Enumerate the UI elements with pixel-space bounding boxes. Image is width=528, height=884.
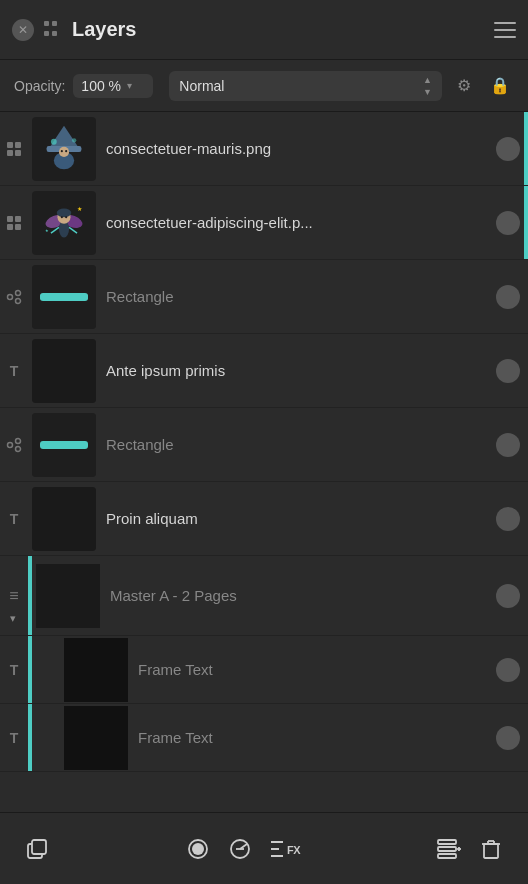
layer-visibility-toggle[interactable] [496, 658, 520, 682]
svg-rect-0 [7, 142, 13, 148]
layer-thumbnail [32, 117, 96, 181]
svg-rect-43 [64, 706, 128, 770]
layer-row[interactable]: T Ante ipsum primis [0, 334, 528, 408]
layer-visibility-toggle[interactable] [496, 211, 520, 235]
svg-rect-32 [32, 265, 96, 329]
layer-type-icon [0, 141, 28, 157]
layer-visibility-toggle[interactable] [496, 285, 520, 309]
expand-icon[interactable]: ▾ [10, 612, 16, 625]
layer-type-icon: T [0, 363, 28, 379]
layer-name: Ante ipsum primis [106, 362, 488, 379]
svg-rect-13 [7, 216, 13, 222]
layer-thumbnail [32, 339, 96, 403]
layer-name: consectetuer-adipiscing-elit.p... [106, 214, 488, 231]
opacity-control[interactable]: 100 % ▾ [73, 74, 153, 98]
layer-type-icon [0, 289, 28, 305]
layer-row[interactable]: T Frame Text [0, 636, 528, 704]
sub-accent [28, 704, 32, 771]
svg-rect-60 [484, 844, 498, 858]
svg-point-10 [65, 150, 67, 152]
svg-rect-41 [36, 564, 100, 628]
layer-visibility-toggle[interactable] [496, 359, 520, 383]
svg-rect-15 [7, 224, 13, 230]
layer-thumbnail [32, 413, 96, 477]
layer-row[interactable]: T Frame Text [0, 704, 528, 772]
blend-mode-value: Normal [179, 78, 423, 94]
svg-text:FX: FX [287, 844, 301, 856]
svg-rect-14 [15, 216, 21, 222]
opacity-label: Opacity: [14, 78, 65, 94]
manage-buttons [432, 832, 508, 866]
layer-row[interactable]: T Proin aliquam [0, 482, 528, 556]
layer-name: consectetuer-mauris.png [106, 140, 488, 157]
layer-name: Rectangle [106, 436, 488, 453]
svg-rect-45 [32, 840, 46, 854]
layer-visibility-toggle[interactable] [496, 726, 520, 750]
layer-type-icon: ≡ [0, 587, 28, 605]
layer-type-icon: T [0, 511, 28, 527]
layer-type-icon [0, 215, 28, 231]
layer-row[interactable]: Rectangle [0, 260, 528, 334]
layers-list: consectetuer-mauris.png [0, 112, 528, 812]
svg-point-24 [65, 216, 67, 218]
layer-type-icon [0, 437, 28, 453]
layers-header: ✕ Layers [0, 0, 528, 60]
effect-buttons: FX [181, 832, 305, 866]
svg-point-9 [61, 150, 63, 152]
layer-row[interactable]: ≡ ▾ Master A - 2 Pages [0, 556, 528, 636]
svg-rect-3 [15, 150, 21, 156]
settings-icon[interactable]: ⚙ [450, 72, 478, 100]
layer-thumbnail [64, 638, 128, 702]
blend-mode-control[interactable]: Normal ▲ ▼ [169, 71, 442, 101]
layer-row[interactable]: Rectangle [0, 408, 528, 482]
layer-visibility-toggle[interactable] [496, 507, 520, 531]
duplicate-layer-button[interactable] [20, 832, 54, 866]
svg-rect-57 [438, 854, 456, 858]
svg-point-47 [192, 843, 204, 855]
layer-thumbnail [36, 564, 100, 628]
layer-visibility-toggle[interactable] [496, 433, 520, 457]
opacity-value: 100 % [81, 78, 121, 94]
svg-point-30 [16, 290, 21, 295]
svg-text:★: ★ [45, 227, 49, 232]
layer-name: Master A - 2 Pages [110, 587, 488, 604]
add-layer-button[interactable] [432, 832, 466, 866]
drag-handle[interactable] [44, 21, 62, 39]
panel-title: Layers [72, 18, 484, 41]
svg-rect-55 [438, 840, 456, 844]
svg-point-22 [57, 208, 72, 217]
master-accent [28, 556, 32, 635]
svg-rect-39 [40, 441, 88, 449]
svg-point-23 [61, 216, 63, 218]
sub-accent [28, 636, 32, 703]
close-button[interactable]: ✕ [12, 19, 34, 41]
layer-visibility-toggle[interactable] [496, 584, 520, 608]
layer-type-icon: T [0, 662, 28, 678]
record-button[interactable] [181, 832, 215, 866]
delete-layer-button[interactable] [474, 832, 508, 866]
layer-thumbnail: ★ ★ [32, 191, 96, 255]
menu-button[interactable] [494, 22, 516, 38]
svg-point-31 [16, 298, 21, 303]
svg-text:★: ★ [77, 206, 82, 212]
layer-thumbnail [64, 706, 128, 770]
layer-name: Frame Text [138, 661, 488, 678]
svg-point-35 [8, 442, 13, 447]
close-icon: ✕ [18, 23, 28, 37]
svg-rect-16 [15, 224, 21, 230]
svg-point-8 [59, 146, 69, 156]
style-button[interactable] [223, 832, 257, 866]
svg-rect-42 [64, 638, 128, 702]
opacity-chevron-icon: ▾ [127, 80, 132, 91]
layer-row[interactable]: consectetuer-mauris.png [0, 112, 528, 186]
opacity-bar: Opacity: 100 % ▾ Normal ▲ ▼ ⚙ 🔒 [0, 60, 528, 112]
footer-toolbar: FX [0, 812, 528, 884]
layer-visibility-toggle[interactable] [496, 137, 520, 161]
lock-icon[interactable]: 🔒 [486, 72, 514, 100]
blend-mode-chevron-icon: ▲ ▼ [423, 75, 432, 97]
layer-row[interactable]: ★ ★ consectetuer-adipiscing-elit.p... [0, 186, 528, 260]
svg-rect-2 [7, 150, 13, 156]
layer-thumbnail [32, 265, 96, 329]
fx-button[interactable]: FX [265, 832, 305, 866]
svg-point-29 [8, 294, 13, 299]
